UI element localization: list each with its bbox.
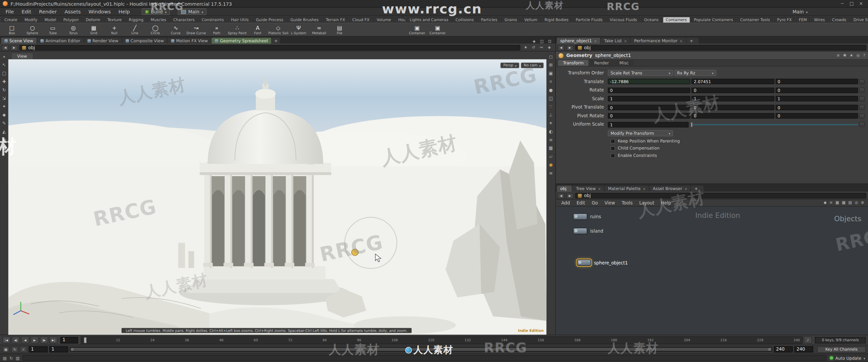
shelf-tool[interactable]: ◇Platonic Solids [268,25,288,35]
params-subtab[interactable]: Render [589,60,614,66]
back-button[interactable]: ◀ [558,45,565,51]
snap-options-icon[interactable]: ◉ [2,137,6,142]
shelf-tab[interactable]: Cloud FX [349,17,373,23]
shelf-tool[interactable]: ↝Draw Curve [186,25,206,35]
shelf-tool[interactable]: ▭Tube [42,25,63,35]
shelf-tool[interactable]: ▣Container [407,25,427,35]
node-badge-icon[interactable] [573,228,587,234]
shelf-tool[interactable]: ∞Metaball [309,25,329,35]
parameter-field-x[interactable]: 0 [608,87,690,93]
layout-quad-icon[interactable]: ⊞ [549,63,553,68]
shelf-tab[interactable]: Rigging [126,17,147,23]
ladder-handle[interactable] [859,79,865,84]
network-menu-item[interactable]: Layout [636,200,658,205]
shelf-tab[interactable]: Pyro FX [774,17,795,23]
shelf-tab[interactable]: Collisions [452,17,477,23]
network-menu-item[interactable]: Edit [573,200,588,205]
desktop-selector[interactable]: Build ▾ [141,8,170,15]
projection-selector[interactable]: Persp▾ [501,63,519,68]
shelf-tab[interactable]: Crowds [829,17,849,23]
maximize-pane-icon[interactable]: ⊡ [547,39,553,44]
grid-mode-icon[interactable]: ▦ [836,200,839,205]
shelf-tool[interactable]: ◎Torus [63,25,83,35]
help-icon[interactable]: ? [863,53,865,58]
ladder-handle[interactable] [859,122,865,127]
close-icon[interactable]: × [598,187,601,191]
minimize-button[interactable]: ─ [838,1,846,6]
shelf-tool[interactable]: ◯Circle [145,25,165,35]
menu-item[interactable]: Help [115,9,134,15]
memory-icon[interactable]: ▥ [16,355,20,360]
slider-handle[interactable] [691,122,692,127]
parameter-field-x[interactable]: -12.7886 [608,79,690,84]
jump-end-button[interactable]: ▶| [49,336,58,343]
network-menu-item[interactable]: View [601,200,618,205]
viewport-scene-area[interactable]: Persp▾ No cam▾ Left mouse tumbles. Middl… [8,59,547,335]
shelf-tab[interactable]: Lights and Cameras [406,17,452,23]
main-shelf-selector[interactable]: Main ▾ [178,8,207,15]
shelf-tab[interactable]: Populate Containers [690,17,736,23]
shelf-tab[interactable]: Characters [170,17,198,23]
network-menu-item[interactable]: Add [558,200,573,205]
realtime-toggle-icon[interactable]: ✓ [20,346,27,352]
forward-button[interactable]: ▶ [566,45,573,51]
history-icon[interactable]: ↺ [530,46,537,50]
shelf-tool[interactable]: ▤File [330,25,350,35]
node-name-field[interactable]: sphere_object1 [595,53,631,58]
jump-start-button[interactable]: |◀ [2,336,11,343]
pane-tab[interactable]: + [272,37,280,44]
list-mode-icon[interactable]: ≡ [830,200,833,205]
shading-mode-icon[interactable]: ● [549,87,553,92]
gear-icon[interactable]: ✱ [843,53,846,58]
view-tool-icon[interactable]: ⌖ [3,54,5,59]
parameter-field-y[interactable]: 1 [691,96,774,102]
parameter-field-z[interactable]: 1 [775,96,858,102]
params-tab[interactable]: Take List× [601,37,630,44]
parameter-field-z[interactable]: 0 [775,79,858,84]
path-field[interactable]: obj [575,193,867,198]
filter-icon[interactable]: ≔ [538,46,545,50]
viewport-view-tab[interactable]: View [12,53,33,59]
forward-button[interactable]: ▶ [10,45,18,51]
translate-tool-icon[interactable]: ✚ [2,79,6,84]
pane-tab[interactable]: Animation Editor [37,37,84,44]
params-tab[interactable]: + [686,37,699,44]
prev-key-button[interactable]: ◀| [12,336,20,343]
menu-item[interactable]: Edit [18,9,35,15]
path-field[interactable]: obj [20,45,521,51]
range-handle-left[interactable] [71,348,74,351]
network-canvas[interactable]: Indie Edition Objects ruins isl [556,207,868,335]
node-badge-icon[interactable] [573,213,587,220]
close-icon[interactable]: × [680,39,682,43]
menu-item[interactable]: Assets [61,9,85,15]
paint-tool-icon[interactable]: ✎ [2,121,6,126]
network-node[interactable]: sphere_object1 [577,259,627,266]
shelf-tab[interactable]: Guide Brushes [287,17,322,23]
play-reverse-button[interactable]: ◀ [21,336,29,343]
range-handle-right[interactable] [768,348,771,351]
params-tab[interactable]: Performance Monitor× [630,37,685,44]
cook-status-icon[interactable]: ↻ [9,355,13,360]
grid-toggle-icon[interactable]: ▦ [549,146,553,151]
shelf-tab[interactable]: Volume [373,17,395,23]
ref-plane-icon[interactable]: ▱ [549,154,553,159]
network-menu-item[interactable]: Help [658,200,675,205]
scale-tool-icon[interactable]: ⇲ [2,96,6,101]
layout-single-icon[interactable]: ◻ [549,54,553,59]
star-icon[interactable]: ★ [849,53,853,58]
network-menu-item[interactable]: Go [588,200,601,205]
frame-selected-icon[interactable]: ⌗ [550,79,552,84]
shelf-tab[interactable]: Wires [811,17,828,23]
ladder-handle[interactable] [859,88,865,93]
shelf-tool[interactable]: AFont [247,25,268,35]
play-button[interactable]: ▶ [30,336,39,343]
node-badge-icon[interactable] [577,259,591,266]
pin-pane-icon[interactable]: ◈ [531,39,537,44]
shelf-tab[interactable]: Containers [662,17,690,23]
transform-order-dropdown[interactable]: Scale Rot Trans▾ [608,70,673,76]
playback-range-slider[interactable] [70,347,772,352]
play-start-field[interactable]: 1 [49,346,68,352]
pin-path-icon[interactable]: ◈ [546,46,553,50]
parameter-field-z[interactable]: 0 [775,87,858,93]
close-icon[interactable]: × [684,187,687,191]
